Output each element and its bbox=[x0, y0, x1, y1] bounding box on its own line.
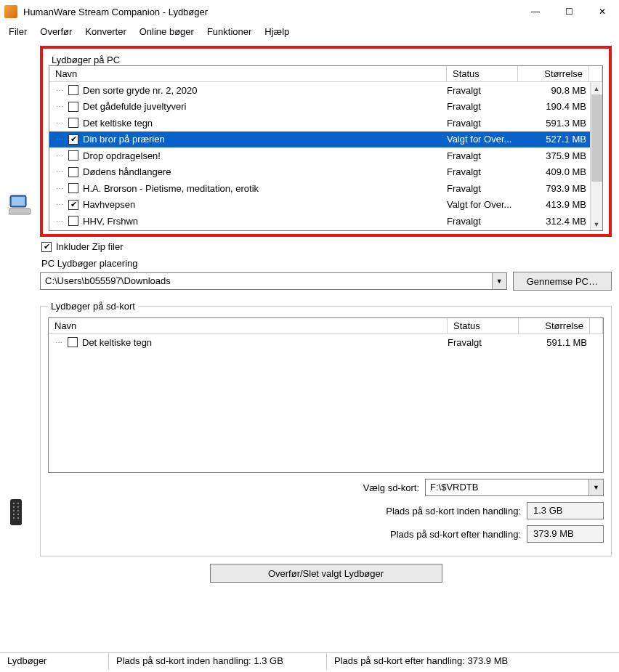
select-sd-label: Vælg sd-kort: bbox=[363, 482, 419, 493]
dropdown-icon[interactable]: ▼ bbox=[588, 479, 603, 495]
row-status: Fravalgt bbox=[447, 85, 518, 96]
menubar: Filer Overfør Konverter Online bøger Fun… bbox=[0, 23, 619, 41]
col-status[interactable]: Status bbox=[447, 66, 518, 81]
scroll-up-icon[interactable]: ▲ bbox=[591, 82, 602, 94]
highlight-box: Lydbøger på PC Navn Status Størrelse ⋯De… bbox=[40, 46, 612, 237]
row-checkbox[interactable] bbox=[68, 337, 78, 347]
row-checkbox[interactable]: ✔ bbox=[68, 200, 78, 210]
row-checkbox[interactable] bbox=[68, 167, 78, 177]
close-button[interactable]: ✕ bbox=[586, 0, 619, 23]
row-status: Fravalgt bbox=[447, 150, 518, 161]
status-space-before: Plads på sd-kort inden handling: 1.3 GB bbox=[109, 653, 327, 670]
main-column: Lydbøger på PC Navn Status Størrelse ⋯De… bbox=[40, 41, 619, 652]
content: Lydbøger på PC Navn Status Størrelse ⋯De… bbox=[0, 41, 619, 652]
table-row[interactable]: ⋯Drop opdragelsen!Fravalgt375.9 MB bbox=[49, 147, 602, 164]
row-checkbox[interactable] bbox=[68, 102, 78, 112]
pc-grid-body: ⋯Den sorte gryde nr. 2, 2020Fravalgt90.8… bbox=[49, 82, 602, 230]
table-row[interactable]: ⋯✔HavhvepsenValgt for Over...413.9 MB bbox=[49, 197, 602, 214]
space-after-value: 373.9 MB bbox=[527, 525, 604, 543]
minimize-button[interactable]: ― bbox=[519, 0, 552, 23]
row-name: Den sorte gryde nr. 2, 2020 bbox=[83, 85, 447, 96]
col-name[interactable]: Navn bbox=[49, 66, 447, 81]
computer-icon[interactable] bbox=[9, 194, 32, 216]
tree-indent-icon: ⋯ bbox=[49, 152, 68, 160]
row-checkbox[interactable] bbox=[68, 118, 78, 128]
left-rail bbox=[0, 41, 40, 652]
table-row[interactable]: ⋯Det keltiske tegnFravalgt591.1 MB bbox=[49, 334, 603, 351]
maximize-button[interactable]: ☐ bbox=[552, 0, 586, 23]
menu-help[interactable]: Hjælp bbox=[264, 26, 289, 37]
row-checkbox[interactable] bbox=[68, 216, 78, 226]
sd-grid-body: ⋯Det keltiske tegnFravalgt591.1 MB bbox=[49, 334, 603, 472]
table-row[interactable]: ⋯H.A. Brorson - Pietisme, meditation, er… bbox=[49, 180, 602, 197]
menu-convert[interactable]: Konverter bbox=[85, 26, 126, 37]
pc-audiobooks-group: Lydbøger på PC Navn Status Størrelse ⋯De… bbox=[49, 54, 603, 231]
menu-functions[interactable]: Funktioner bbox=[207, 26, 251, 37]
row-name: Det gådefulde juveltyveri bbox=[83, 101, 447, 112]
sd-audiobooks-group: Lydbøger på sd-kort Navn Status Størrels… bbox=[40, 301, 612, 556]
table-row[interactable]: ⋯HHV, FrshwnFravalgt312.4 MB bbox=[49, 213, 602, 230]
table-row[interactable]: ⋯Det gådefulde juveltyveriFravalgt190.4 … bbox=[49, 99, 602, 116]
menu-online[interactable]: Online bøger bbox=[139, 26, 194, 37]
tree-indent-icon: ⋯ bbox=[49, 102, 68, 110]
table-row[interactable]: ⋯Det keltiske tegnFravalgt591.3 MB bbox=[49, 115, 602, 131]
row-checkbox[interactable] bbox=[68, 85, 78, 95]
pc-grid: Navn Status Størrelse ⋯Den sorte gryde n… bbox=[49, 65, 603, 231]
svg-point-8 bbox=[12, 510, 14, 511]
svg-point-12 bbox=[12, 517, 14, 519]
row-status: Fravalgt bbox=[447, 101, 518, 112]
row-name: Det keltiske tegn bbox=[83, 118, 447, 129]
status-tab: Lydbøger bbox=[0, 653, 109, 670]
table-row[interactable]: ⋯Dødens håndlangereFravalgt409.0 MB bbox=[49, 164, 602, 181]
svg-point-6 bbox=[12, 506, 14, 508]
row-status: Valgt for Over... bbox=[447, 199, 518, 210]
sd-grid: Navn Status Størrelse ⋯Det keltiske tegn… bbox=[48, 317, 604, 473]
row-name: HHV, Frshwn bbox=[83, 216, 447, 227]
pc-scrollbar[interactable]: ▲ ▼ bbox=[590, 82, 602, 230]
titlebar: HumanWare Stream Companion - Lydbøger ― … bbox=[0, 0, 619, 23]
scroll-down-icon[interactable]: ▼ bbox=[591, 218, 602, 230]
include-zip-row: ✔ Inkluder Zip filer bbox=[41, 241, 612, 252]
svg-point-5 bbox=[17, 503, 18, 504]
sd-space-after-row: Plads på sd-kort efter handling: 373.9 M… bbox=[48, 525, 604, 543]
table-row[interactable]: ⋯✔Din bror på prærienValgt for Over...52… bbox=[49, 131, 602, 148]
sd-space-before-row: Plads på sd-kort inden handling: 1.3 GB bbox=[48, 502, 604, 519]
svg-point-10 bbox=[12, 514, 14, 515]
col-size[interactable]: Størrelse bbox=[518, 66, 589, 81]
menu-file[interactable]: Filer bbox=[9, 26, 27, 37]
sd-col-size[interactable]: Størrelse bbox=[519, 318, 590, 333]
sd-col-status[interactable]: Status bbox=[448, 318, 519, 333]
space-after-label: Plads på sd-kort efter handling: bbox=[390, 529, 521, 540]
row-name: Drop opdragelsen! bbox=[83, 150, 447, 161]
row-name: Havhvepsen bbox=[83, 199, 447, 210]
scroll-thumb[interactable] bbox=[591, 94, 602, 182]
sd-group-legend: Lydbøger på sd-kort bbox=[48, 301, 138, 312]
row-name: Dødens håndlangere bbox=[83, 166, 447, 177]
browse-pc-button[interactable]: Gennemse PC… bbox=[513, 272, 612, 291]
row-size: 375.9 MB bbox=[518, 150, 589, 161]
row-checkbox[interactable] bbox=[68, 150, 78, 161]
svg-point-11 bbox=[17, 514, 18, 515]
row-checkbox[interactable] bbox=[68, 183, 78, 193]
sd-drive-value: F:\$VRDTB bbox=[426, 479, 588, 495]
remote-icon[interactable] bbox=[9, 499, 32, 521]
menu-transfer[interactable]: Overfør bbox=[40, 26, 72, 37]
pc-location-value: C:\Users\b055597\Downloads bbox=[41, 273, 492, 289]
transfer-delete-button[interactable]: Overfør/Slet valgt Lydbøger bbox=[210, 564, 442, 583]
sd-col-name[interactable]: Navn bbox=[49, 318, 448, 333]
tree-indent-icon: ⋯ bbox=[49, 86, 68, 94]
pc-grid-header: Navn Status Størrelse bbox=[49, 66, 602, 82]
statusbar: Lydbøger Plads på sd-kort inden handling… bbox=[0, 652, 619, 670]
include-zip-checkbox[interactable]: ✔ bbox=[41, 242, 52, 252]
sd-drive-combo[interactable]: F:\$VRDTB ▼ bbox=[425, 479, 604, 496]
row-status: Fravalgt bbox=[447, 118, 518, 129]
table-row[interactable]: ⋯Den sorte gryde nr. 2, 2020Fravalgt90.8… bbox=[49, 82, 602, 99]
pc-location-combo[interactable]: C:\Users\b055597\Downloads ▼ bbox=[40, 272, 507, 290]
pc-group-legend: Lydbøger på PC bbox=[49, 54, 123, 65]
sd-grid-header: Navn Status Størrelse bbox=[49, 318, 603, 334]
row-status: Fravalgt bbox=[448, 337, 519, 348]
sd-controls: Vælg sd-kort: F:\$VRDTB ▼ Plads på sd-ko… bbox=[48, 479, 604, 543]
dropdown-icon[interactable]: ▼ bbox=[492, 273, 506, 289]
row-name: Din bror på prærien bbox=[83, 134, 447, 145]
row-checkbox[interactable]: ✔ bbox=[68, 134, 78, 145]
